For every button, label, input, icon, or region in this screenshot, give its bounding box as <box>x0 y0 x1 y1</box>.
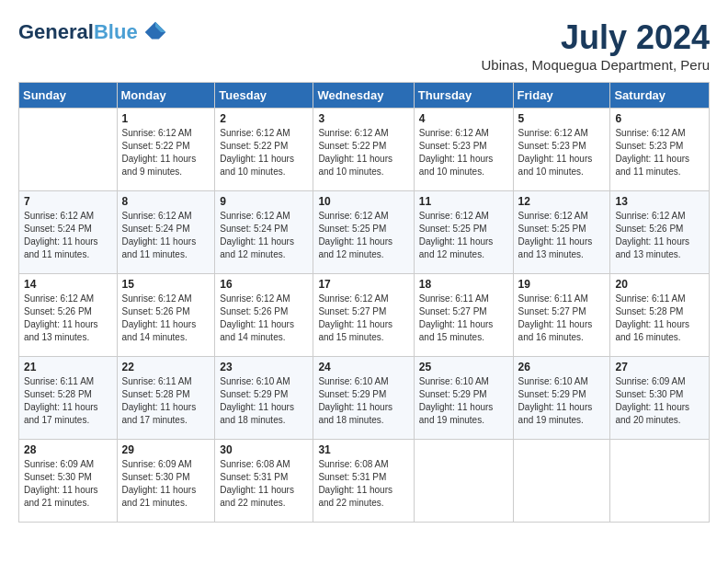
calendar-cell: 3Sunrise: 6:12 AMSunset: 5:22 PMDaylight… <box>313 109 414 191</box>
day-info: Sunrise: 6:10 AMSunset: 5:29 PMDaylight:… <box>419 375 508 427</box>
calendar-cell: 15Sunrise: 6:12 AMSunset: 5:26 PMDayligh… <box>117 274 215 357</box>
day-number: 24 <box>318 361 408 373</box>
calendar-week-row: 1Sunrise: 6:12 AMSunset: 5:22 PMDaylight… <box>19 109 710 191</box>
logo-icon <box>142 18 169 46</box>
calendar-cell: 5Sunrise: 6:12 AMSunset: 5:23 PMDaylight… <box>513 109 610 191</box>
day-number: 8 <box>122 195 210 208</box>
calendar-cell: 23Sunrise: 6:10 AMSunset: 5:29 PMDayligh… <box>215 357 313 440</box>
calendar-day-header: Thursday <box>414 83 513 109</box>
day-info: Sunrise: 6:12 AMSunset: 5:26 PMDaylight:… <box>24 293 112 344</box>
calendar-header-row: SundayMondayTuesdayWednesdayThursdayFrid… <box>19 83 710 109</box>
day-number: 31 <box>318 443 408 456</box>
calendar-cell: 2Sunrise: 6:12 AMSunset: 5:22 PMDaylight… <box>215 109 313 191</box>
day-info: Sunrise: 6:12 AMSunset: 5:26 PMDaylight:… <box>122 293 210 344</box>
day-number: 13 <box>615 195 704 208</box>
calendar-cell: 11Sunrise: 6:12 AMSunset: 5:25 PMDayligh… <box>414 191 513 274</box>
day-number: 7 <box>24 195 112 208</box>
calendar-day-header: Tuesday <box>215 83 313 109</box>
calendar-cell: 13Sunrise: 6:12 AMSunset: 5:26 PMDayligh… <box>610 191 710 274</box>
day-info: Sunrise: 6:12 AMSunset: 5:24 PMDaylight:… <box>220 210 308 261</box>
day-info: Sunrise: 6:12 AMSunset: 5:26 PMDaylight:… <box>615 210 704 261</box>
calendar-day-header: Friday <box>513 83 610 109</box>
day-info: Sunrise: 6:12 AMSunset: 5:23 PMDaylight:… <box>518 127 606 178</box>
day-info: Sunrise: 6:12 AMSunset: 5:25 PMDaylight:… <box>518 210 606 261</box>
day-number: 19 <box>518 278 606 291</box>
calendar-cell <box>513 440 610 523</box>
calendar-cell: 7Sunrise: 6:12 AMSunset: 5:24 PMDaylight… <box>19 191 118 274</box>
calendar-cell: 4Sunrise: 6:12 AMSunset: 5:23 PMDaylight… <box>414 109 513 191</box>
title-block: July 2024 Ubinas, Moquegua Department, P… <box>482 18 710 73</box>
day-info: Sunrise: 6:12 AMSunset: 5:22 PMDaylight:… <box>122 127 210 178</box>
calendar-cell: 25Sunrise: 6:10 AMSunset: 5:29 PMDayligh… <box>414 357 513 440</box>
calendar-day-header: Saturday <box>610 83 710 109</box>
day-info: Sunrise: 6:09 AMSunset: 5:30 PMDaylight:… <box>122 458 210 510</box>
day-number: 11 <box>419 195 508 208</box>
calendar-day-header: Wednesday <box>313 83 414 109</box>
day-number: 14 <box>24 278 112 291</box>
calendar-cell: 8Sunrise: 6:12 AMSunset: 5:24 PMDaylight… <box>117 191 215 274</box>
day-number: 12 <box>518 195 606 208</box>
day-info: Sunrise: 6:08 AMSunset: 5:31 PMDaylight:… <box>220 458 308 510</box>
calendar-cell: 27Sunrise: 6:09 AMSunset: 5:30 PMDayligh… <box>610 357 710 440</box>
day-number: 4 <box>419 112 508 125</box>
day-number: 28 <box>24 443 112 456</box>
calendar-cell: 22Sunrise: 6:11 AMSunset: 5:28 PMDayligh… <box>117 357 215 440</box>
day-info: Sunrise: 6:08 AMSunset: 5:31 PMDaylight:… <box>318 458 408 510</box>
day-info: Sunrise: 6:12 AMSunset: 5:26 PMDaylight:… <box>220 293 308 344</box>
calendar-cell <box>19 109 118 191</box>
calendar-week-row: 28Sunrise: 6:09 AMSunset: 5:30 PMDayligh… <box>19 440 710 523</box>
logo: GeneralBlue <box>18 18 169 46</box>
day-number: 2 <box>220 112 308 125</box>
day-info: Sunrise: 6:12 AMSunset: 5:27 PMDaylight:… <box>318 293 408 344</box>
day-number: 16 <box>220 278 308 291</box>
day-info: Sunrise: 6:11 AMSunset: 5:28 PMDaylight:… <box>122 375 210 427</box>
page-header: GeneralBlue July 2024 Ubinas, Moquegua D… <box>18 18 710 73</box>
calendar-cell: 6Sunrise: 6:12 AMSunset: 5:23 PMDaylight… <box>610 109 710 191</box>
calendar-cell: 1Sunrise: 6:12 AMSunset: 5:22 PMDaylight… <box>117 109 215 191</box>
calendar-week-row: 7Sunrise: 6:12 AMSunset: 5:24 PMDaylight… <box>19 191 710 274</box>
day-info: Sunrise: 6:10 AMSunset: 5:29 PMDaylight:… <box>220 375 308 427</box>
day-info: Sunrise: 6:11 AMSunset: 5:27 PMDaylight:… <box>419 293 508 344</box>
day-number: 15 <box>122 278 210 291</box>
calendar-cell <box>610 440 710 523</box>
day-number: 30 <box>220 443 308 456</box>
day-number: 26 <box>518 361 606 373</box>
calendar-cell: 10Sunrise: 6:12 AMSunset: 5:25 PMDayligh… <box>313 191 414 274</box>
calendar-cell: 18Sunrise: 6:11 AMSunset: 5:27 PMDayligh… <box>414 274 513 357</box>
day-number: 25 <box>419 361 508 373</box>
month-year: July 2024 <box>482 18 710 57</box>
day-info: Sunrise: 6:12 AMSunset: 5:23 PMDaylight:… <box>419 127 508 178</box>
day-number: 1 <box>122 112 210 125</box>
day-number: 29 <box>122 443 210 456</box>
calendar-cell: 24Sunrise: 6:10 AMSunset: 5:29 PMDayligh… <box>313 357 414 440</box>
calendar-cell: 21Sunrise: 6:11 AMSunset: 5:28 PMDayligh… <box>19 357 118 440</box>
day-number: 10 <box>318 195 408 208</box>
day-number: 3 <box>318 112 408 125</box>
calendar-cell: 12Sunrise: 6:12 AMSunset: 5:25 PMDayligh… <box>513 191 610 274</box>
day-info: Sunrise: 6:12 AMSunset: 5:24 PMDaylight:… <box>122 210 210 261</box>
day-info: Sunrise: 6:12 AMSunset: 5:25 PMDaylight:… <box>318 210 408 261</box>
day-info: Sunrise: 6:09 AMSunset: 5:30 PMDaylight:… <box>24 458 112 510</box>
day-number: 22 <box>122 361 210 373</box>
calendar-cell: 29Sunrise: 6:09 AMSunset: 5:30 PMDayligh… <box>117 440 215 523</box>
day-number: 18 <box>419 278 508 291</box>
day-info: Sunrise: 6:11 AMSunset: 5:28 PMDaylight:… <box>615 293 704 344</box>
calendar-cell: 28Sunrise: 6:09 AMSunset: 5:30 PMDayligh… <box>19 440 118 523</box>
calendar-cell: 9Sunrise: 6:12 AMSunset: 5:24 PMDaylight… <box>215 191 313 274</box>
day-number: 21 <box>24 361 112 373</box>
calendar-table: SundayMondayTuesdayWednesdayThursdayFrid… <box>18 82 710 523</box>
day-info: Sunrise: 6:12 AMSunset: 5:22 PMDaylight:… <box>318 127 408 178</box>
day-info: Sunrise: 6:10 AMSunset: 5:29 PMDaylight:… <box>518 375 606 427</box>
day-info: Sunrise: 6:12 AMSunset: 5:23 PMDaylight:… <box>615 127 704 178</box>
location: Ubinas, Moquegua Department, Peru <box>482 57 710 73</box>
day-number: 5 <box>518 112 606 125</box>
calendar-week-row: 14Sunrise: 6:12 AMSunset: 5:26 PMDayligh… <box>19 274 710 357</box>
day-number: 20 <box>615 278 704 291</box>
calendar-cell: 17Sunrise: 6:12 AMSunset: 5:27 PMDayligh… <box>313 274 414 357</box>
calendar-cell: 16Sunrise: 6:12 AMSunset: 5:26 PMDayligh… <box>215 274 313 357</box>
calendar-cell: 26Sunrise: 6:10 AMSunset: 5:29 PMDayligh… <box>513 357 610 440</box>
calendar-cell: 14Sunrise: 6:12 AMSunset: 5:26 PMDayligh… <box>19 274 118 357</box>
calendar-cell: 30Sunrise: 6:08 AMSunset: 5:31 PMDayligh… <box>215 440 313 523</box>
day-number: 23 <box>220 361 308 373</box>
day-info: Sunrise: 6:12 AMSunset: 5:22 PMDaylight:… <box>220 127 308 178</box>
